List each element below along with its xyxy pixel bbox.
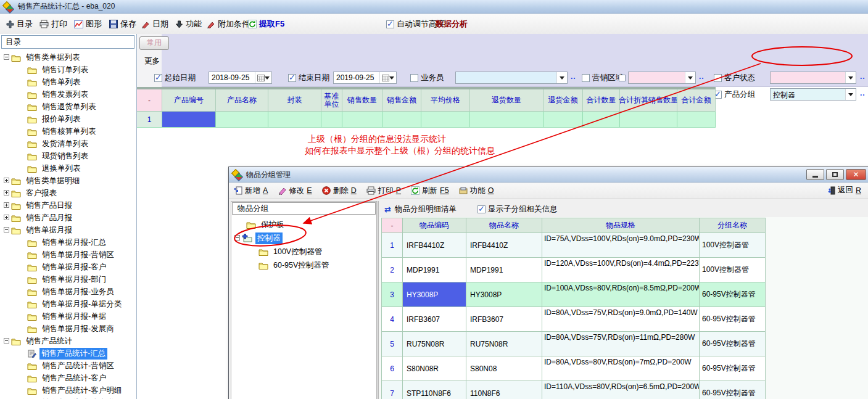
popup-toolbar-new-button[interactable]: 新增A bbox=[234, 186, 268, 196]
detail-cell-spec[interactable]: ID=80A,VDss=75V,RDs(on)=11mΩ,PD=280W bbox=[542, 332, 700, 356]
filter-3-checkbox[interactable] bbox=[410, 74, 418, 82]
data-cell[interactable] bbox=[470, 112, 544, 128]
popup-toolbar-edit-button[interactable]: 修改E bbox=[278, 186, 312, 196]
sidebar-item[interactable]: 销售单据月报-营销区 bbox=[0, 249, 137, 261]
detail-cell-code[interactable]: IRFB3607 bbox=[403, 307, 466, 332]
sidebar-item[interactable]: 报价单列表 bbox=[0, 113, 137, 125]
toolbar-item-8[interactable]: 提取F5 bbox=[248, 18, 284, 30]
sidebar-item[interactable]: 退换单列表 bbox=[0, 162, 137, 175]
column-header[interactable]: 产品编号 bbox=[162, 89, 216, 112]
data-cell[interactable] bbox=[162, 112, 216, 128]
row-number-cell[interactable]: 1 bbox=[137, 112, 162, 128]
column-header[interactable]: 销售金额 bbox=[382, 89, 421, 112]
data-cell[interactable] bbox=[544, 112, 583, 128]
sidebar-item[interactable]: 销售类单据列表 bbox=[0, 51, 137, 64]
sidebar-item[interactable]: 销售单据月报 bbox=[0, 224, 137, 236]
column-header[interactable]: 合计数量 bbox=[583, 89, 620, 112]
sidebar-item[interactable]: 销售产品统计-汇总 bbox=[0, 347, 137, 360]
toolbar-item-2[interactable]: 打印 bbox=[39, 18, 67, 30]
filter-10-more-button[interactable]: .. bbox=[860, 89, 866, 97]
return-button[interactable]: 返回R bbox=[827, 185, 861, 195]
sidebar-item[interactable]: 销售发票列表 bbox=[0, 88, 137, 101]
sidebar-item[interactable]: 现货销售列表 bbox=[0, 150, 137, 162]
detail-cell-code[interactable]: STP110N8F6 bbox=[403, 381, 466, 399]
popup-toolbar-function-button[interactable]: 功能O bbox=[459, 186, 494, 196]
sidebar-item[interactable]: 销售单据月报-客户 bbox=[0, 261, 137, 273]
sidebar-item[interactable]: 销售产品统计-客户明细 bbox=[0, 384, 137, 397]
popup-toolbar-print-button[interactable]: 打印P bbox=[366, 186, 401, 196]
toolbar-item-5[interactable]: 日期 bbox=[141, 18, 168, 30]
detail-cell-spec[interactable]: ID=75A,VDss=100V,RDs(on)=9.0mΩ,PD=230W bbox=[542, 233, 700, 258]
more-filters-label[interactable]: 更多 bbox=[144, 56, 160, 67]
sidebar-item[interactable]: 销售单据月报-发展商 bbox=[0, 323, 137, 335]
data-cell[interactable] bbox=[382, 112, 421, 128]
detail-cell-group[interactable]: 100V控制器管 bbox=[700, 258, 766, 282]
filter-3-input[interactable] bbox=[455, 72, 568, 84]
data-cell[interactable] bbox=[583, 112, 620, 128]
detail-cell-name[interactable]: RU75N08R bbox=[466, 332, 542, 356]
toolbar-item-1[interactable]: 目录 bbox=[6, 18, 33, 30]
detail-cell-code[interactable]: HY3008P bbox=[403, 282, 466, 307]
sidebar-item[interactable]: 销售单据月报-业务员 bbox=[0, 286, 137, 298]
dropdown-arrow-icon[interactable] bbox=[685, 72, 695, 83]
popup-toolbar-refresh-button[interactable]: 刷新F5 bbox=[411, 186, 449, 196]
detail-cell-code[interactable]: RU75N08R bbox=[403, 332, 466, 356]
detail-column-header[interactable]: 物品规格 bbox=[542, 218, 700, 233]
detail-cell-group[interactable]: 60-95V控制器管 bbox=[700, 282, 766, 307]
data-cell[interactable] bbox=[268, 112, 321, 128]
column-header[interactable]: 退货数量 bbox=[470, 89, 544, 112]
toolbar-item-6[interactable]: 功能 bbox=[175, 18, 202, 30]
detail-cell-spec[interactable]: ID=100A,VDss=80V,RDs(on)=8.5mΩ,PD=200W bbox=[542, 282, 700, 307]
column-header[interactable]: 合计折算销售数量 bbox=[620, 89, 677, 112]
column-header[interactable]: 销售数量 bbox=[342, 89, 382, 112]
minimize-button[interactable] bbox=[806, 169, 824, 180]
detail-cell-name[interactable]: IRFB3607 bbox=[466, 307, 542, 332]
detail-cell-name[interactable]: IRFB4410Z bbox=[466, 233, 542, 258]
detail-cell-code[interactable]: MDP1991 bbox=[403, 258, 466, 282]
detail-cell-group[interactable]: 100V控制器管 bbox=[700, 233, 766, 258]
sidebar-item[interactable]: 销售单列表 bbox=[0, 76, 137, 88]
popup-toolbar-delete-button[interactable]: 删除D bbox=[322, 186, 357, 196]
filter-5-checkbox[interactable] bbox=[714, 74, 722, 82]
filter-3-more-button[interactable]: .. bbox=[571, 72, 576, 81]
dropdown-arrow-icon[interactable] bbox=[845, 89, 856, 100]
column-header[interactable]: 产品名称 bbox=[216, 89, 268, 112]
data-cell[interactable] bbox=[421, 112, 470, 128]
detail-row-number[interactable]: 6 bbox=[381, 356, 403, 381]
detail-cell-spec[interactable]: ID=120A,VDss=100V,RDs(on)=4.4mΩ,PD=223W bbox=[542, 258, 700, 282]
item-group-node[interactable]: 控制器 bbox=[231, 231, 376, 245]
filter-2-input[interactable]: 2019-09-25 bbox=[333, 72, 397, 84]
detail-column-header[interactable]: - bbox=[381, 218, 403, 233]
detail-row-number[interactable]: 3 bbox=[381, 282, 403, 307]
column-header[interactable]: 基准单位 bbox=[321, 89, 342, 112]
sidebar-item[interactable]: 销售核算单列表 bbox=[0, 125, 137, 138]
maximize-button[interactable] bbox=[826, 169, 844, 180]
data-cell[interactable] bbox=[677, 112, 716, 128]
detail-cell-name[interactable]: MDP1991 bbox=[466, 258, 542, 282]
sidebar-item[interactable]: 销售产品统计-营销区 bbox=[0, 360, 137, 372]
sidebar-item[interactable]: 销售产品月报 bbox=[0, 212, 137, 224]
auto-height-checkbox[interactable] bbox=[386, 20, 394, 28]
filter-1-checkbox[interactable] bbox=[154, 74, 162, 82]
sidebar-item[interactable]: 销售退货单列表 bbox=[0, 101, 137, 113]
detail-cell-spec[interactable]: ID=80A,VDss=80V,RDs(on)=7mΩ,PD=200W bbox=[542, 356, 700, 381]
sidebar-item[interactable]: 销售单据月报-单据分类 bbox=[0, 298, 137, 310]
toolbar-item-4[interactable]: 保存 bbox=[109, 18, 136, 30]
column-header[interactable]: 平均价格 bbox=[421, 89, 470, 112]
calendar-dropdown-icon[interactable] bbox=[379, 72, 396, 83]
detail-cell-group[interactable]: 60-95V控制器管 bbox=[700, 307, 766, 332]
data-cell[interactable] bbox=[216, 112, 268, 128]
toolbar-item-3[interactable]: 图形 bbox=[74, 18, 102, 30]
item-group-node[interactable]: 60-95V控制器管 bbox=[231, 258, 376, 272]
column-header[interactable]: 合计金额 bbox=[677, 89, 716, 112]
sidebar-item[interactable]: 发货清单列表 bbox=[0, 138, 137, 150]
collapse-icon[interactable] bbox=[4, 226, 9, 234]
item-group-node[interactable]: 保护板 bbox=[231, 218, 376, 231]
filter-5-input[interactable] bbox=[770, 72, 856, 84]
dropdown-arrow-icon[interactable] bbox=[845, 72, 856, 83]
column-header[interactable]: - bbox=[137, 89, 162, 112]
sidebar-item[interactable]: 销售类单据明细 bbox=[0, 175, 137, 187]
splitter[interactable] bbox=[378, 201, 379, 399]
filter-4-input[interactable] bbox=[628, 72, 696, 84]
data-cell[interactable] bbox=[620, 112, 677, 128]
